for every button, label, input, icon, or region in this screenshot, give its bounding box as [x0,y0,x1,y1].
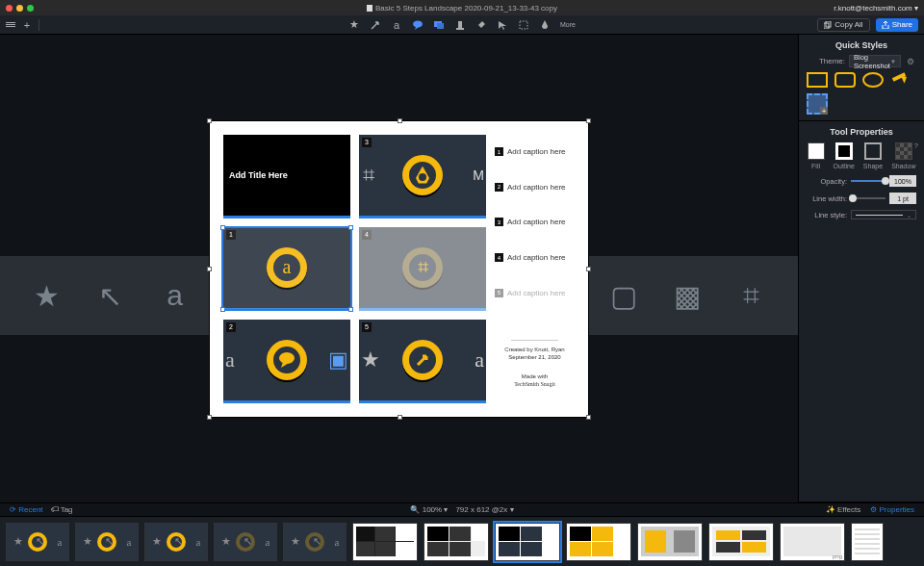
format-badge: png [833,553,842,559]
shape-swatch[interactable]: Shape [863,142,883,169]
linewidth-label: Line width: [807,194,847,203]
step-number: 3 [362,138,372,147]
step-tile-5[interactable]: 5 ★ a [359,320,486,403]
thumb[interactable] [424,523,489,561]
linestyle-dropdown[interactable]: ⌄ [851,210,916,219]
thumb[interactable] [851,523,884,561]
resize-handle[interactable] [398,415,402,420]
minimize-icon[interactable] [16,5,23,12]
resize-handle[interactable] [586,267,591,271]
a-icon: a [225,347,235,373]
gear-icon[interactable]: ⚙ [905,56,916,67]
caption-row[interactable]: 4Add caption here [495,240,575,275]
title-tile[interactable]: Add Title Here [223,135,350,219]
opacity-slider[interactable] [851,180,886,182]
caption-row[interactable]: 2Add caption here [495,169,575,205]
pointer-icon: ↖ [93,277,129,314]
menu-icon[interactable] [6,22,15,27]
linewidth-value[interactable]: 1 pt [889,193,916,204]
star-icon: ★ [29,277,64,314]
dimensions[interactable]: 792 x 612 @2x ▾ [455,505,513,514]
thumb[interactable]: ★↖a [6,523,69,561]
zoom-icon[interactable] [27,5,34,12]
caption-row[interactable]: 1Add caption here [495,135,575,170]
step-tile-3[interactable]: 3 ⌗ M [359,135,486,219]
thumb[interactable]: png [780,523,845,561]
resize-handle[interactable] [207,267,212,271]
thumb-active[interactable] [495,523,560,561]
outline-label: Outline [834,163,855,169]
caption-row[interactable]: 3Add caption here [495,205,575,241]
blur-tool-icon[interactable] [539,19,551,31]
recent-link[interactable]: ⟳ Recent [10,505,43,514]
text-tool-icon[interactable]: a [391,19,402,31]
resize-handle[interactable] [207,118,212,123]
rect-shape[interactable] [807,72,828,88]
thumb[interactable]: ★↖a [283,523,346,561]
image-icon: ▩ [670,277,706,314]
theme-dropdown[interactable]: Blog Screenshot ▼ [849,55,901,67]
thumb[interactable] [708,523,774,561]
fill-tool-icon[interactable] [475,19,487,31]
ring-icon [305,532,324,552]
close-icon[interactable] [6,5,13,12]
sel-handle[interactable] [220,225,225,230]
shadow-swatch[interactable]: Shadow [891,142,915,169]
move-tool-icon[interactable] [497,19,508,31]
help-icon[interactable]: ? [914,142,918,150]
step-tile-2[interactable]: 2 a ▣ [223,320,350,403]
add-style[interactable] [807,93,828,115]
favorite-icon[interactable]: ★ [348,19,360,31]
tag-link[interactable]: 🏷 Tag [51,505,73,514]
separator [38,19,39,31]
quick-shape-row [807,72,916,88]
selection-box[interactable] [223,228,350,309]
thumb[interactable]: ★↖a [75,523,139,561]
callout-tool-icon[interactable] [412,19,424,31]
zoom-control[interactable]: 🔍 100% ▾ [410,505,448,514]
thumb[interactable]: ★↖a [214,523,277,561]
sel-handle[interactable] [348,307,353,312]
step-tile-4[interactable]: 4 ⌗ [359,227,486,311]
caption-row[interactable]: 5Add caption here [495,275,575,311]
add-icon[interactable]: + [21,19,33,31]
arrow-tool-icon[interactable] [370,19,381,31]
fill-swatch[interactable]: Fill [808,142,825,169]
thumb[interactable] [637,523,703,561]
shape-tool-icon[interactable] [433,19,445,31]
opacity-value[interactable]: 100% [889,175,916,187]
roundrect-shape[interactable] [834,72,856,88]
thumb[interactable] [352,523,418,561]
document-icon [367,5,372,12]
label-frag: M [473,167,484,183]
cap-num: 4 [495,253,503,262]
stamp-tool-icon[interactable] [454,19,466,31]
document-name: Basic 5 Steps Landscape 2020-09-21_13-33… [375,4,557,13]
credit-tile: Created by Knott, Ryan September 21, 202… [495,320,575,403]
effects-link[interactable]: ✨ Effects [826,505,861,514]
resize-handle[interactable] [586,118,591,123]
share-button[interactable]: Share [876,18,918,32]
document[interactable]: Add Title Here 3 ⌗ M 1Add caption here 2… [210,121,588,417]
sel-handle[interactable] [348,225,353,230]
copy-all-button[interactable]: Copy All [817,18,869,32]
share-label: Share [892,20,912,29]
arrow-shape[interactable] [890,72,911,88]
resize-handle[interactable] [398,118,402,123]
account-menu[interactable]: r.knott@techsmith.com ▾ [834,4,918,13]
sel-handle[interactable] [220,307,225,312]
thumb[interactable]: ★↖a [144,523,208,561]
properties-link[interactable]: ⚙ Properties [870,505,914,514]
linewidth-slider[interactable] [851,197,886,199]
thumb[interactable] [566,523,631,561]
resize-handle[interactable] [586,415,591,420]
ellipse-shape[interactable] [862,72,884,88]
selection-tool-icon[interactable] [518,19,529,31]
more-label[interactable]: More [560,19,576,31]
resize-handle[interactable] [207,415,212,420]
canvas[interactable]: ★ ↖ a ● ▣ ✂ ⊥ ◆ ↗ ▢ ▩ ⌗ Add Title Here [0,35,798,502]
highlight-ring [402,340,443,380]
share-icon [882,21,889,29]
made-with-label: Made with [522,373,548,379]
outline-swatch[interactable]: Outline [834,142,855,169]
